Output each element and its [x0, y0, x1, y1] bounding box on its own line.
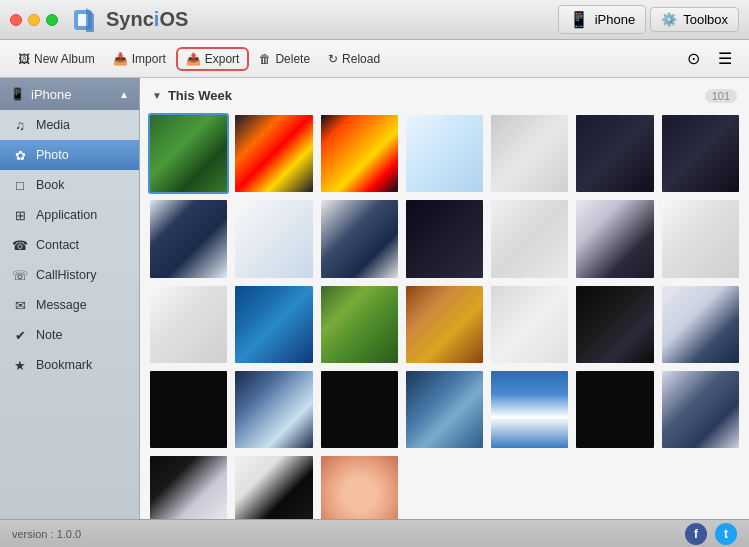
sidebar: 📱 iPhone ▲ ♫ Media ✿ Photo □ Book ⊞ Appl… [0, 78, 140, 519]
sidebar-item-label: Book [36, 178, 65, 192]
photo-thumbnail[interactable] [404, 113, 485, 194]
iphone-sidebar-icon: 📱 [10, 87, 25, 101]
main-layout: 📱 iPhone ▲ ♫ Media ✿ Photo □ Book ⊞ Appl… [0, 78, 749, 519]
section-arrow-icon[interactable]: ▼ [152, 90, 162, 101]
photo-thumbnail[interactable] [404, 198, 485, 279]
message-icon: ✉ [12, 298, 28, 313]
media-icon: ♫ [12, 118, 28, 133]
reload-icon: ↻ [328, 52, 338, 66]
sidebar-item-label: Message [36, 298, 87, 312]
device-button[interactable]: 📱 iPhone [558, 5, 646, 34]
version-label: version : 1.0.0 [12, 528, 81, 540]
book-icon: □ [12, 178, 28, 193]
sidebar-item-note[interactable]: ✔ Note [0, 320, 139, 350]
callhistory-icon: ☏ [12, 268, 28, 283]
new-album-label: New Album [34, 52, 95, 66]
photo-thumbnail[interactable] [148, 284, 229, 365]
sidebar-item-application[interactable]: ⊞ Application [0, 200, 139, 230]
toolbox-button[interactable]: ⚙️ Toolbox [650, 7, 739, 32]
export-label: Export [205, 52, 240, 66]
sidebar-item-label: Application [36, 208, 97, 222]
delete-label: Delete [275, 52, 310, 66]
new-album-button[interactable]: 🖼 New Album [10, 48, 103, 70]
status-bar: version : 1.0.0 f t [0, 519, 749, 547]
import-button[interactable]: 📥 Import [105, 48, 174, 70]
sidebar-item-book[interactable]: □ Book [0, 170, 139, 200]
contact-icon: ☎ [12, 238, 28, 253]
photo-thumbnail[interactable] [660, 369, 741, 450]
photo-thumbnail[interactable] [319, 198, 400, 279]
photo-thumbnail[interactable] [233, 284, 314, 365]
sidebar-item-label: Note [36, 328, 62, 342]
photo-thumbnail[interactable] [319, 454, 400, 519]
photo-thumbnail[interactable] [574, 284, 655, 365]
photo-thumbnail[interactable] [233, 454, 314, 519]
photo-thumbnail[interactable] [319, 369, 400, 450]
gear-icon: ⚙️ [661, 12, 677, 27]
device-label: iPhone [595, 12, 635, 27]
list-view-button[interactable]: ☰ [711, 47, 739, 71]
sidebar-collapse-icon[interactable]: ▲ [119, 89, 129, 100]
list-icon: ☰ [718, 49, 732, 68]
photo-thumbnail[interactable] [574, 113, 655, 194]
export-icon: 📤 [186, 52, 201, 66]
photo-thumbnail[interactable] [574, 198, 655, 279]
sidebar-item-label: Bookmark [36, 358, 92, 372]
photo-icon: ✿ [12, 148, 28, 163]
photo-thumbnail[interactable] [489, 369, 570, 450]
photo-thumbnail[interactable] [319, 284, 400, 365]
sidebar-item-label: Photo [36, 148, 69, 162]
section-header: ▼ This Week 101 [148, 86, 741, 105]
photo-thumbnail[interactable] [489, 198, 570, 279]
photo-thumbnail[interactable] [319, 113, 400, 194]
iphone-icon: 📱 [569, 10, 589, 29]
photo-thumbnail[interactable] [404, 284, 485, 365]
photo-thumbnail[interactable] [233, 113, 314, 194]
maximize-button[interactable] [46, 14, 58, 26]
sidebar-item-photo[interactable]: ✿ Photo [0, 140, 139, 170]
sidebar-header: 📱 iPhone ▲ [0, 78, 139, 110]
import-label: Import [132, 52, 166, 66]
bookmark-icon: ★ [12, 358, 28, 373]
photo-thumbnail[interactable] [148, 454, 229, 519]
sidebar-item-label: Contact [36, 238, 79, 252]
grid-view-button[interactable]: ⊙ [679, 47, 707, 71]
photo-thumbnail[interactable] [574, 369, 655, 450]
export-button[interactable]: 📤 Export [176, 47, 250, 71]
close-button[interactable] [10, 14, 22, 26]
photo-thumbnail[interactable] [233, 198, 314, 279]
note-icon: ✔ [12, 328, 28, 343]
photo-thumbnail[interactable] [489, 284, 570, 365]
sidebar-item-contact[interactable]: ☎ Contact [0, 230, 139, 260]
app-icon [72, 6, 100, 34]
photo-thumbnail[interactable] [660, 113, 741, 194]
twitter-button[interactable]: t [715, 523, 737, 545]
minimize-button[interactable] [28, 14, 40, 26]
traffic-lights [10, 14, 58, 26]
delete-button[interactable]: 🗑 Delete [251, 48, 318, 70]
import-icon: 📥 [113, 52, 128, 66]
sidebar-item-message[interactable]: ✉ Message [0, 290, 139, 320]
photo-thumbnail[interactable] [148, 198, 229, 279]
facebook-button[interactable]: f [685, 523, 707, 545]
reload-button[interactable]: ↻ Reload [320, 48, 388, 70]
sidebar-item-bookmark[interactable]: ★ Bookmark [0, 350, 139, 380]
photo-thumbnail[interactable] [660, 284, 741, 365]
photo-thumbnail[interactable] [660, 198, 741, 279]
photo-thumbnail[interactable] [148, 113, 229, 194]
section-title: This Week [168, 88, 699, 103]
toolbar: 🖼 New Album 📥 Import 📤 Export 🗑 Delete ↻… [0, 40, 749, 78]
view-toggle: ⊙ ☰ [679, 47, 739, 71]
photo-thumbnail[interactable] [233, 369, 314, 450]
photo-thumbnail[interactable] [489, 113, 570, 194]
content-area[interactable]: ▼ This Week 101 [140, 78, 749, 519]
sidebar-item-callhistory[interactable]: ☏ CallHistory [0, 260, 139, 290]
sidebar-device-label: iPhone [31, 87, 71, 102]
section-count: 101 [705, 89, 737, 103]
photo-thumbnail[interactable] [404, 369, 485, 450]
application-icon: ⊞ [12, 208, 28, 223]
sidebar-item-media[interactable]: ♫ Media [0, 110, 139, 140]
photo-thumbnail[interactable] [148, 369, 229, 450]
toolbox-label: Toolbox [683, 12, 728, 27]
social-buttons: f t [685, 523, 737, 545]
